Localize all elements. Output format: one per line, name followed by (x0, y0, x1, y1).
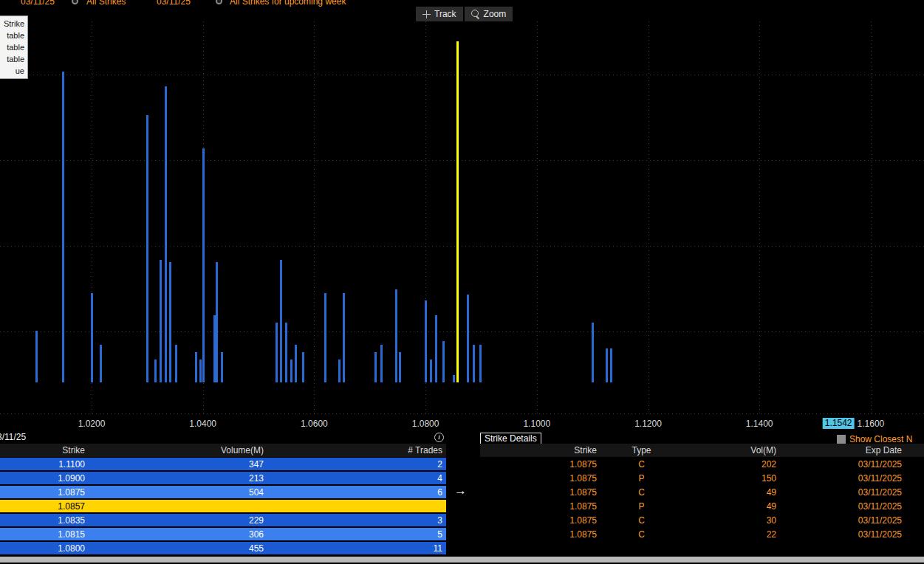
volume-bar (160, 260, 162, 382)
table-cell: 03/11/2025 (779, 501, 924, 512)
table-cell: 1.1100 (0, 459, 89, 470)
table-cell: 504 (89, 487, 267, 498)
table-cell: 2 (267, 459, 446, 470)
volume-bar (435, 315, 437, 382)
vertical-gridline (314, 21, 315, 413)
strike-details-table-header: StrikeTypeVol(M)Exp Date (480, 444, 924, 457)
all-strikes-radio[interactable] (72, 0, 78, 4)
volume-bar (374, 352, 377, 382)
strike-volume-row[interactable]: 1.11003472 (0, 458, 446, 470)
table-cell: 1.0857 (0, 501, 89, 512)
volume-bar (430, 360, 432, 382)
show-closest-checkbox[interactable] (837, 435, 846, 444)
column-header: Exp Date (779, 445, 924, 455)
strike-details-panel: Strike Details Show Closest N StrikeType… (480, 431, 924, 557)
table-cell: 49 (683, 487, 779, 498)
volume-bar (35, 331, 38, 382)
column-header: Strike (480, 445, 600, 455)
volume-bar (395, 289, 397, 382)
table-cell: 03/11/2025 (779, 487, 924, 498)
volume-bar (380, 345, 383, 382)
strike-detail-row[interactable]: 1.0875C20203/11/2025 (480, 458, 924, 470)
crosshair-axis-label: 1.1542 (823, 418, 855, 429)
table-cell: 202 (683, 459, 779, 470)
upcoming-week-label[interactable]: All Strikes for upcoming week (230, 0, 346, 7)
table-cell: 1.0875 (480, 459, 600, 470)
spot-price-line (456, 41, 459, 382)
vertical-gridline (871, 21, 872, 413)
zoom-button-label: Zoom (484, 9, 507, 19)
table-cell: 1.0835 (0, 515, 89, 526)
link-arrow-icon: → (454, 484, 467, 498)
context-menu-item[interactable]: Strike (0, 18, 27, 30)
strike-details-table: 1.0875C20203/11/20251.0875P15003/11/2025… (480, 458, 924, 542)
volume-bar (473, 345, 475, 382)
volume-bar (592, 323, 594, 382)
table-cell: 1.0800 (0, 543, 89, 554)
volume-bar (302, 352, 304, 382)
volume-bar (343, 293, 345, 382)
table-cell: 1.0875 (480, 487, 600, 498)
strike-detail-row[interactable]: 1.0875C3003/11/2025 (480, 514, 924, 526)
track-button-label: Track (434, 9, 456, 19)
context-menu-item[interactable]: table (0, 30, 27, 41)
table-cell: 1.0900 (0, 473, 89, 484)
table-cell: 455 (89, 543, 267, 554)
volume-by-strike-chart[interactable] (0, 0, 924, 413)
x-tick-label: 1.0600 (301, 419, 328, 429)
show-closest-label[interactable]: Show Closest N (849, 434, 912, 444)
table-cell: 6 (267, 487, 446, 498)
strike-volume-table: 1.110034721.090021341.087550461.08571.08… (0, 458, 446, 556)
column-header: Volume(M) (89, 445, 267, 455)
info-icon[interactable]: i (434, 433, 444, 442)
table-cell: C (600, 459, 683, 470)
strike-volume-row[interactable]: 1.080045511 (0, 542, 446, 554)
zoom-button[interactable]: Zoom (465, 7, 513, 21)
upcoming-week-radio[interactable] (216, 0, 222, 4)
table-cell: 03/11/2025 (779, 515, 924, 526)
strike-detail-row[interactable]: 1.0875C2203/11/2025 (480, 528, 924, 540)
strike-volume-panel: 3/11/25 i StrikeVolume(M)# Trades 1.1100… (0, 431, 446, 557)
fx-options-volume-screen: 03/11/25 All Strikes 03/11/25 All Strike… (0, 0, 924, 564)
table-cell: 22 (683, 529, 779, 540)
strike-volume-row[interactable]: 1.08153065 (0, 528, 446, 540)
strike-detail-row[interactable]: 1.0875C4903/11/2025 (480, 486, 924, 498)
volume-bar (169, 262, 171, 382)
volume-bar (290, 360, 292, 382)
volume-bar (175, 345, 177, 382)
x-axis: 1.02001.04001.06001.08001.10001.12001.14… (0, 418, 924, 430)
volume-bar (425, 300, 427, 382)
strike-detail-row[interactable]: 1.0875P4903/11/2025 (480, 500, 924, 512)
column-header: Vol(M) (683, 445, 779, 455)
strike-volume-row[interactable]: 1.08755046 (0, 486, 446, 498)
context-menu-item[interactable]: ue (0, 65, 27, 77)
strike-volume-row[interactable]: 1.09002134 (0, 472, 446, 484)
volume-bar (606, 348, 608, 382)
table-cell: 5 (267, 529, 446, 540)
strike-detail-row[interactable]: 1.0875P15003/11/2025 (480, 472, 924, 484)
x-tick-label: 1.0200 (78, 419, 106, 429)
table-cell: P (600, 473, 683, 484)
zoom-magnifier-icon (471, 10, 480, 18)
track-button[interactable]: Track (416, 7, 463, 21)
vertical-gridline (648, 21, 649, 413)
table-cell: 1.0875 (480, 501, 600, 512)
context-menu-item[interactable]: table (0, 41, 27, 53)
volume-bar (202, 148, 205, 382)
column-header: Type (600, 445, 683, 455)
date-label-1: 03/11/25 (21, 0, 55, 7)
panel-date-label: 3/11/25 (0, 432, 26, 442)
table-cell: 03/11/2025 (779, 473, 924, 484)
context-menu-item[interactable]: table (0, 53, 27, 65)
horizontal-gridline (0, 331, 924, 332)
column-header: Strike (0, 445, 89, 455)
horizontal-scrollbar[interactable] (0, 557, 924, 563)
strike-volume-row[interactable]: 1.0857 (0, 500, 446, 512)
all-strikes-label[interactable]: All Strikes (86, 0, 126, 7)
x-tick-label: 1.0800 (412, 419, 439, 429)
strike-volume-row[interactable]: 1.08352293 (0, 514, 446, 526)
volume-bar (195, 352, 197, 382)
table-cell: 306 (89, 529, 267, 540)
horizontal-gridline (0, 160, 924, 161)
x-tick-label: 1.1400 (746, 419, 773, 429)
